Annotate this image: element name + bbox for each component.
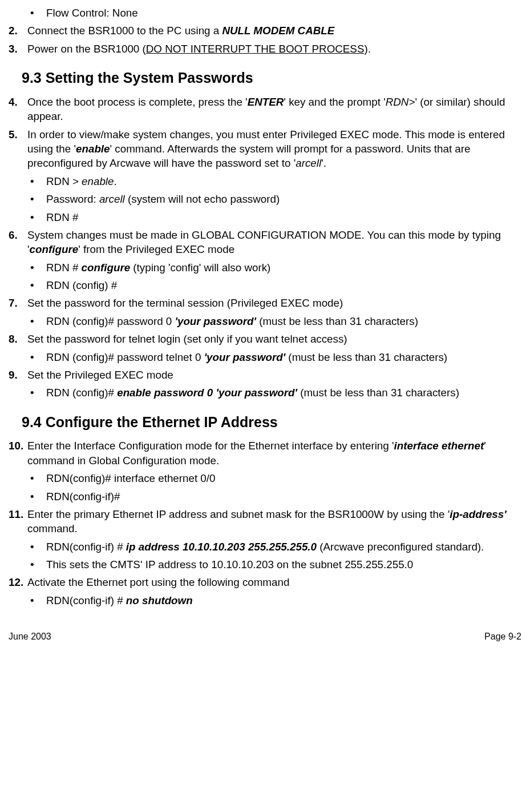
- bullet-icon: •: [27, 314, 46, 328]
- bullet-5-2: • Password: arcell (system will not echo…: [27, 192, 521, 206]
- number-marker: 6.: [9, 228, 27, 257]
- number-marker: 5.: [9, 127, 27, 171]
- text: Set the Privileged EXEC mode: [27, 368, 521, 382]
- text: RDN > enable.: [46, 174, 521, 188]
- bullet-icon: •: [27, 6, 46, 20]
- bullet-icon: •: [27, 260, 46, 275]
- text: RDN #: [46, 210, 521, 224]
- footer-page: Page 9-2: [484, 630, 521, 643]
- text: Flow Control: None: [46, 6, 521, 20]
- number-marker: 7.: [9, 296, 27, 310]
- bullet-icon: •: [27, 350, 46, 364]
- text: RDN (config) #: [46, 278, 521, 292]
- text: Set the password for telnet login (set o…: [27, 332, 521, 346]
- text: System changes must be made in GLOBAL CO…: [27, 228, 521, 257]
- step-12: 12. Activate the Ethernet port using the…: [9, 575, 521, 589]
- text: Password: arcell (system will not echo p…: [46, 192, 521, 206]
- bullet-flow: • Flow Control: None: [27, 6, 521, 20]
- text: Set the password for the terminal sessio…: [27, 296, 521, 310]
- text: In order to view/make system changes, yo…: [27, 127, 521, 171]
- bullet-10-2: • RDN(config-if)#: [27, 489, 521, 504]
- step-10: 10. Enter the Interface Configuration mo…: [9, 439, 521, 468]
- text: RDN (config)# enable password 0 'your pa…: [46, 385, 521, 400]
- text: Once the boot process is complete, press…: [27, 95, 521, 124]
- bullet-11-1: • RDN(config-if) # ip address 10.10.10.2…: [27, 540, 521, 554]
- text: RDN(config)# interface ethernet 0/0: [46, 471, 521, 485]
- text: RDN(config-if)#: [46, 489, 521, 504]
- bullet-8-1: • RDN (config)# password telnet 0 'your …: [27, 350, 521, 364]
- heading-9-3: 9.3 Setting the System Passwords: [22, 69, 521, 88]
- bullet-5-1: • RDN > enable.: [27, 174, 521, 188]
- text: This sets the CMTS' IP address to 10.10.…: [46, 557, 521, 572]
- bullet-7-1: • RDN (config)# password 0 'your passwor…: [27, 314, 521, 328]
- step-5: 5. In order to view/make system changes,…: [9, 127, 521, 171]
- step-7: 7. Set the password for the terminal ses…: [9, 296, 521, 310]
- bullet-10-1: • RDN(config)# interface ethernet 0/0: [27, 471, 521, 485]
- bullet-12-1: • RDN(config-if) # no shutdown: [27, 593, 521, 608]
- text: RDN(config-if) # ip address 10.10.10.203…: [46, 540, 521, 554]
- bullet-icon: •: [27, 174, 46, 188]
- text: RDN # configure (typing 'config' will al…: [46, 260, 521, 275]
- bullet-6-1: • RDN # configure (typing 'config' will …: [27, 260, 521, 275]
- text: Power on the BSR1000 (DO NOT INTERRUPT T…: [27, 42, 521, 56]
- bullet-icon: •: [27, 385, 46, 400]
- footer-date: June 2003: [9, 630, 51, 643]
- number-marker: 2.: [9, 23, 27, 38]
- step-4: 4. Once the boot process is complete, pr…: [9, 95, 521, 124]
- step-6: 6. System changes must be made in GLOBAL…: [9, 228, 521, 257]
- step-9: 9. Set the Privileged EXEC mode: [9, 368, 521, 382]
- footer: June 2003 Page 9-2: [9, 630, 521, 643]
- bullet-icon: •: [27, 557, 46, 572]
- bullet-icon: •: [27, 192, 46, 206]
- bullet-icon: •: [27, 489, 46, 504]
- bullet-icon: •: [27, 471, 46, 485]
- text: Enter the primary Ethernet IP address an…: [27, 507, 521, 536]
- step-11: 11. Enter the primary Ethernet IP addres…: [9, 507, 521, 536]
- heading-9-4: 9.4 Configure the Ethernet IP Address: [22, 413, 521, 432]
- bullet-5-3: • RDN #: [27, 210, 521, 224]
- step-2: 2. Connect the BSR1000 to the PC using a…: [9, 23, 521, 38]
- bullet-icon: •: [27, 593, 46, 608]
- number-marker: 4.: [9, 95, 27, 124]
- number-marker: 10.: [9, 439, 27, 468]
- bullet-11-2: • This sets the CMTS' IP address to 10.1…: [27, 557, 521, 572]
- bullet-icon: •: [27, 210, 46, 224]
- text: RDN (config)# password telnet 0 'your pa…: [46, 350, 521, 364]
- text: Activate the Ethernet port using the fol…: [27, 575, 521, 589]
- text: RDN (config)# password 0 'your password'…: [46, 314, 521, 328]
- number-marker: 8.: [9, 332, 27, 346]
- bullet-6-2: • RDN (config) #: [27, 278, 521, 292]
- number-marker: 3.: [9, 42, 27, 56]
- bullet-9-1: • RDN (config)# enable password 0 'your …: [27, 385, 521, 400]
- text: RDN(config-if) # no shutdown: [46, 593, 521, 608]
- step-8: 8. Set the password for telnet login (se…: [9, 332, 521, 346]
- text: Enter the Interface Configuration mode f…: [27, 439, 521, 468]
- number-marker: 9.: [9, 368, 27, 382]
- step-3: 3. Power on the BSR1000 (DO NOT INTERRUP…: [9, 42, 521, 56]
- text: Connect the BSR1000 to the PC using a NU…: [27, 23, 521, 38]
- bullet-icon: •: [27, 278, 46, 292]
- number-marker: 12.: [9, 575, 27, 589]
- number-marker: 11.: [9, 507, 27, 536]
- bullet-icon: •: [27, 540, 46, 554]
